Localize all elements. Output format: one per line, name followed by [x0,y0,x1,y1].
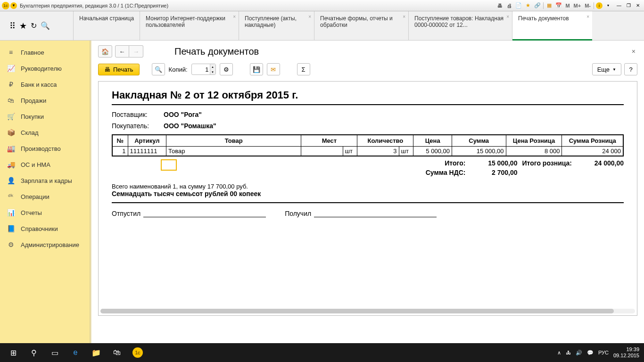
sign-out-label: Отпустил [112,210,140,217]
horizontal-scrollbar[interactable] [100,309,635,313]
search-button[interactable]: ⚲ [24,343,44,362]
bag-icon: 🛍 [7,97,15,104]
tool-icon[interactable]: 📄 [515,2,522,9]
m-button[interactable]: M [564,3,570,8]
email-button[interactable]: ✉ [267,63,280,75]
sidebar-item-admin[interactable]: ⚙Администрирование [0,237,90,253]
preview-button[interactable]: 🔍 [152,63,165,75]
document-preview: Накладная № 2 от 12 октября 2015 г. Пост… [98,81,637,316]
cart-icon: 🛒 [7,113,15,120]
start-button[interactable]: ⊞ [3,343,24,362]
sidebar-item-purchases[interactable]: 🛒Покупки [0,108,90,124]
language-indicator[interactable]: РУС [598,350,609,355]
col-price: Цена [413,135,452,147]
col-product: Товар [166,135,301,147]
store-icon[interactable]: 🛍 [107,343,127,362]
tab-monitor[interactable]: Монитор Интернет-поддержки пользователей… [140,11,239,40]
tab-close-icon[interactable]: × [308,14,311,19]
star-icon[interactable]: ★ [19,21,27,31]
link-icon[interactable]: 🔗 [534,2,541,9]
toolbar: 🖶Печать 🔍 Копий: ▲▼ ⚙ 💾 ✉ Σ Еще▼ ? [98,63,637,75]
network-icon[interactable]: 🖧 [566,350,571,355]
sidebar-item-hr[interactable]: 👤Зарплата и кадры [0,173,90,189]
tab-close-icon[interactable]: × [233,14,236,19]
tab-receipt[interactable]: Поступление (акты, накладные)× [239,11,314,40]
document-title: Накладная № 2 от 12 октября 2015 г. [112,89,624,105]
sign-line [314,217,437,217]
close-panel-button[interactable]: × [630,46,637,57]
home-button[interactable]: 🏠 [98,45,112,58]
chevron-down-icon: ▼ [612,67,616,72]
back-button[interactable]: ← [115,45,129,58]
maximize-button[interactable]: ❐ [624,2,633,9]
sidebar-item-bank[interactable]: ₽Банк и касса [0,76,90,92]
dropdown-icon[interactable]: ▼ [10,2,17,9]
notification-icon[interactable]: 💬 [587,350,594,356]
more-button[interactable]: Еще▼ [592,63,621,75]
forward-button[interactable]: → [129,45,143,58]
tab-close-icon[interactable]: × [586,14,589,19]
barchart-icon: 📊 [7,209,15,216]
copies-label: Копий: [169,66,188,73]
tab-printforms[interactable]: Печатные формы, отчеты и обработки× [314,11,408,40]
calc-icon[interactable]: ▦ [545,2,553,9]
tab-print-docs[interactable]: Печать документов× [512,11,592,40]
window-title: Бухгалтерия предприятия, редакция 3.0 / … [20,3,496,8]
history-icon[interactable]: ↻ [31,21,37,30]
factory-icon: 🏭 [7,145,15,152]
tab-close-icon[interactable]: × [403,14,405,19]
save-button[interactable]: 💾 [250,63,263,75]
sidebar-item-main[interactable]: ≡Главное [0,44,90,60]
volume-icon[interactable]: 🔊 [576,350,582,356]
sum-button[interactable]: Σ [297,63,310,75]
sidebar-item-operations[interactable]: ᵈᵏОперации [0,189,90,205]
box-icon: 📦 [7,129,15,136]
col-places: Мест [301,135,357,147]
settings-button[interactable]: ⚙ [220,63,233,75]
tool-icon[interactable]: 🖶 [496,2,504,9]
clock[interactable]: 19:39 09.12.2015 [613,346,639,359]
active-cell[interactable] [161,159,177,171]
sidebar-item-manager[interactable]: 📈Руководителю [0,60,90,76]
copies-spinner[interactable]: ▲▼ [210,64,215,74]
sidebar-item-references[interactable]: 📘Справочники [0,221,90,237]
m-minus-button[interactable]: M- [584,3,592,8]
table-row[interactable]: 1 11111111 Товар шт 3 шт 5 000,00 15 000… [112,147,623,156]
m-plus-button[interactable]: M+ [573,3,582,8]
calendar-icon[interactable]: 📅 [555,2,562,9]
titlebar: 1c ▼ Бухгалтерия предприятия, редакция 3… [0,0,644,11]
col-price-retail: Цена Розница [506,135,562,147]
sidebar-item-production[interactable]: 🏭Производство [0,140,90,156]
tab-start[interactable]: Начальная страница [73,11,140,40]
gear-icon: ⚙ [7,241,15,248]
tool-icon[interactable]: 🖨 [505,2,513,9]
page-title: Печать документов [174,46,259,57]
supplier-label: Поставщик: [112,111,164,118]
apps-icon[interactable]: ⠿ [9,21,16,31]
sidebar-item-assets[interactable]: 🚚ОС и НМА [0,156,90,173]
tab-close-icon[interactable]: × [506,14,509,19]
favorite-icon[interactable]: ★ [524,2,532,9]
content-area: 🏠 ← → Печать документов × 🖶Печать 🔍 Копи… [91,41,644,343]
close-button[interactable]: ✕ [634,2,642,9]
ops-icon: ᵈᵏ [7,193,15,200]
col-sum: Сумма [452,135,506,147]
sidebar-item-warehouse[interactable]: 📦Склад [0,124,90,140]
info-icon[interactable]: i [596,2,603,9]
edge-icon[interactable]: e [65,343,86,362]
help-button[interactable]: ? [624,63,637,75]
minimize-button[interactable]: — [615,2,623,9]
running-app-icon[interactable]: 1c [127,343,148,362]
taskview-button[interactable]: ▭ [44,343,65,362]
sidebar-item-sales[interactable]: 🛍Продажи [0,92,90,108]
buyer-value: ООО "Ромашка" [164,122,216,130]
tab-goods-receipt[interactable]: Поступление товаров: Накладная 0000-0000… [408,11,512,40]
tray-chevron-icon[interactable]: ∧ [557,350,561,356]
print-button[interactable]: 🖶Печать [98,64,140,75]
items-table: № Артикул Товар Мест Количество Цена Сум… [112,134,624,156]
summary-words: Семнадцать тысяч семьсот рублей 00 копее… [112,190,624,203]
explorer-icon[interactable]: 📁 [86,343,107,362]
search-icon[interactable]: 🔍 [41,21,50,30]
sidebar-item-reports[interactable]: 📊Отчеты [0,205,90,221]
info-dropdown-icon[interactable]: ▼ [604,2,612,9]
